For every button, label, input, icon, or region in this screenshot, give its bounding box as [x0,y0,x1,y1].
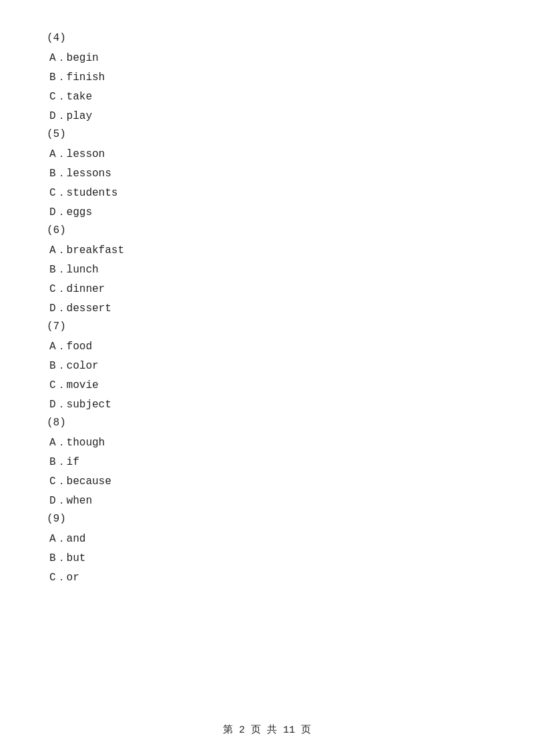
option-9-0[interactable]: A．and [47,532,487,546]
question-number-5: (5) [47,128,487,140]
option-4-1[interactable]: B．finish [47,70,487,84]
option-7-3[interactable]: D．subject [47,397,487,411]
page-content: (4)A．beginB．finishC．takeD．play(5)A．lesso… [0,0,534,630]
option-8-1[interactable]: B．if [47,455,487,469]
option-5-2[interactable]: C．students [47,186,487,200]
option-5-1[interactable]: B．lessons [47,166,487,180]
option-5-3[interactable]: D．eggs [47,205,487,219]
question-number-4: (4) [47,32,487,44]
option-4-2[interactable]: C．take [47,89,487,104]
option-9-2[interactable]: C．or [47,570,487,584]
option-7-1[interactable]: B．color [47,359,487,373]
option-5-0[interactable]: A．lesson [47,147,487,161]
option-8-3[interactable]: D．when [47,494,487,508]
question-section-7: (7)A．foodB．colorC．movieD．subject [47,321,487,411]
option-8-2[interactable]: C．because [47,474,487,488]
option-8-0[interactable]: A．though [47,435,487,449]
option-6-2[interactable]: C．dinner [47,282,487,296]
option-6-1[interactable]: B．lunch [47,262,487,276]
option-6-3[interactable]: D．dessert [47,301,487,315]
question-section-4: (4)A．beginB．finishC．takeD．play [47,32,487,123]
option-7-2[interactable]: C．movie [47,378,487,392]
option-4-3[interactable]: D．play [47,109,487,123]
question-number-9: (9) [47,513,487,525]
question-number-7: (7) [47,321,487,333]
question-section-9: (9)A．andB．butC．or [47,513,487,584]
question-section-6: (6)A．breakfastB．lunchC．dinnerD．dessert [47,224,487,315]
option-7-0[interactable]: A．food [47,339,487,353]
question-number-6: (6) [47,224,487,236]
page-footer: 第 2 页 共 11 页 [0,723,534,736]
question-number-8: (8) [47,417,487,429]
question-section-5: (5)A．lessonB．lessonsC．studentsD．eggs [47,128,487,219]
option-4-0[interactable]: A．begin [47,51,487,65]
question-section-8: (8)A．thoughB．ifC．becauseD．when [47,417,487,508]
option-6-0[interactable]: A．breakfast [47,243,487,257]
option-9-1[interactable]: B．but [47,551,487,565]
footer-text: 第 2 页 共 11 页 [223,725,311,736]
